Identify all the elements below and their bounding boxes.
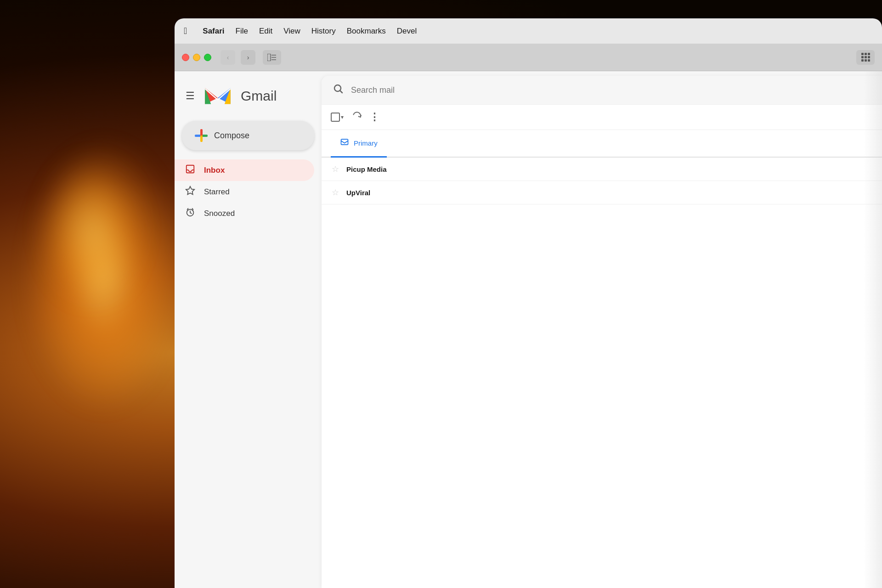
- grid-dot: [861, 56, 864, 58]
- macos-menubar:  Safari File Edit View History Bookmark…: [175, 18, 882, 44]
- back-icon: ‹: [227, 54, 229, 61]
- refresh-button[interactable]: [349, 109, 364, 125]
- starred-icon: [184, 186, 197, 198]
- gmail-logo-icon: [204, 85, 232, 107]
- fullscreen-button[interactable]: [204, 54, 211, 61]
- menu-develop[interactable]: Devel: [391, 25, 422, 38]
- apple-menu-icon[interactable]: : [184, 26, 187, 36]
- primary-tab-icon: [340, 137, 349, 149]
- grid-dot: [861, 59, 864, 62]
- menu-history[interactable]: History: [306, 25, 341, 38]
- inbox-label: Inbox: [204, 166, 225, 175]
- svg-marker-10: [186, 187, 194, 194]
- email-item-1[interactable]: ☆ Picup Media: [322, 158, 882, 181]
- close-button[interactable]: [182, 54, 189, 61]
- email-sender-2: UpViral: [346, 189, 429, 197]
- sidebar-toggle-button[interactable]: [263, 50, 281, 65]
- primary-tab-label: Primary: [354, 139, 378, 147]
- sidebar-toggle-icon: [267, 54, 277, 61]
- email-sender-1: Picup Media: [346, 165, 429, 173]
- tab-primary[interactable]: Primary: [331, 130, 387, 158]
- inbox-icon: [184, 164, 197, 176]
- snoozed-label: Snoozed: [204, 209, 235, 218]
- grid-dot: [865, 53, 867, 55]
- gmail-search-bar: [322, 76, 882, 105]
- search-icon: [333, 83, 344, 97]
- select-all-checkbox[interactable]: [331, 113, 340, 122]
- macbook-screen:  Safari File Edit View History Bookmark…: [175, 18, 882, 588]
- gmail-sidebar: ☰: [175, 71, 322, 588]
- compose-button[interactable]: Compose: [182, 121, 314, 150]
- gmail-tabs: Primary: [322, 130, 882, 158]
- right-edge-cutoff: [864, 71, 882, 588]
- extensions-grid-button[interactable]: [856, 50, 875, 65]
- search-input[interactable]: [351, 85, 871, 95]
- email-list: ☆ Picup Media ☆ UpViral: [322, 158, 882, 588]
- grid-dot: [868, 59, 870, 62]
- back-button[interactable]: ‹: [220, 50, 235, 65]
- star-icon-1[interactable]: ☆: [331, 164, 340, 174]
- gmail-content: ☰: [175, 71, 882, 588]
- select-dropdown-icon[interactable]: ▾: [341, 114, 344, 120]
- compose-label: Compose: [214, 131, 249, 141]
- forward-icon: ›: [247, 54, 249, 61]
- minimize-button[interactable]: [193, 54, 200, 61]
- gmail-logo-text: Gmail: [241, 88, 277, 104]
- background-bokeh-effect: [46, 161, 138, 299]
- more-options-button[interactable]: ⋮: [369, 111, 380, 123]
- sidebar-item-snoozed[interactable]: Snoozed: [175, 203, 314, 224]
- grid-dot: [868, 56, 870, 58]
- grid-dot: [861, 53, 864, 55]
- menu-file[interactable]: File: [230, 25, 254, 38]
- menu-safari[interactable]: Safari: [197, 25, 230, 38]
- hamburger-menu-button[interactable]: ☰: [184, 88, 197, 104]
- sidebar-item-starred[interactable]: Starred: [175, 181, 314, 203]
- star-icon-2[interactable]: ☆: [331, 187, 340, 198]
- select-all-checkbox-wrap[interactable]: ▾: [331, 113, 344, 122]
- gmail-header: ☰: [175, 80, 322, 121]
- menu-bookmarks[interactable]: Bookmarks: [341, 25, 391, 38]
- sidebar-item-inbox[interactable]: Inbox: [175, 159, 314, 181]
- browser-chrome: ‹ ›: [175, 44, 882, 71]
- svg-rect-0: [267, 54, 271, 61]
- snoozed-icon: [184, 207, 197, 220]
- gmail-toolbar: ▾ ⋮: [322, 105, 882, 130]
- compose-plus-icon: [195, 129, 208, 142]
- grid-dot: [868, 53, 870, 55]
- gmail-main-panel: ▾ ⋮: [322, 76, 882, 588]
- traffic-lights: [182, 54, 211, 61]
- grid-dot: [865, 59, 867, 62]
- menu-view[interactable]: View: [278, 25, 306, 38]
- grid-dots-icon: [861, 53, 870, 62]
- svg-line-13: [340, 91, 343, 93]
- grid-dot: [865, 56, 867, 58]
- forward-button[interactable]: ›: [241, 50, 255, 65]
- plus-vertical: [200, 129, 203, 142]
- menu-edit[interactable]: Edit: [254, 25, 278, 38]
- starred-label: Starred: [204, 187, 230, 197]
- email-item-2[interactable]: ☆ UpViral: [322, 181, 882, 204]
